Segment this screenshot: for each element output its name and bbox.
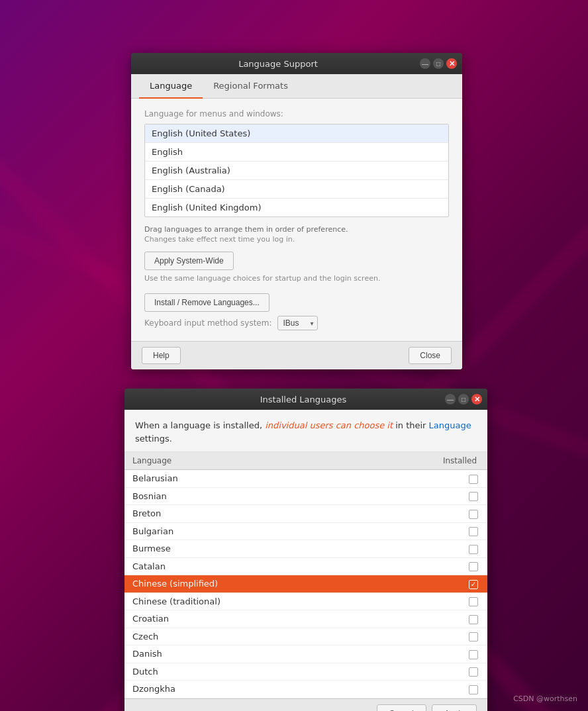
list-item[interactable]: English (United States)	[145, 124, 448, 143]
checkbox-unchecked-icon[interactable]	[469, 492, 478, 501]
help-button[interactable]: Help	[142, 347, 181, 364]
installed-description: When a language is installed, individual…	[124, 410, 487, 452]
installed-titlebar: Installed Languages — □ ✕	[124, 389, 487, 410]
installed-languages-window: Installed Languages — □ ✕ When a languag…	[124, 389, 487, 711]
lang-support-titlebar: Language Support — □ ✕	[131, 53, 462, 74]
table-row[interactable]: Breton	[124, 505, 487, 523]
lang-name-cell: Dutch	[124, 663, 435, 681]
lang-name-cell: Catalan	[124, 557, 435, 575]
lang-checkbox-cell[interactable]: ✓	[435, 575, 487, 593]
checkbox-unchecked-icon[interactable]	[469, 667, 478, 677]
lang-checkbox-cell[interactable]	[435, 610, 487, 628]
installed-titlebar-controls[interactable]: — □ ✕	[445, 394, 482, 404]
checkbox-unchecked-icon[interactable]	[469, 562, 478, 571]
checkbox-unchecked-icon[interactable]	[469, 597, 478, 606]
drag-hint: Drag languages to arrange them in order …	[144, 225, 449, 234]
installed-footer: Cancel Apply	[124, 698, 487, 712]
table-row[interactable]: Dzongkha	[124, 681, 487, 698]
apply-system-wide-button[interactable]: Apply System-Wide	[144, 252, 234, 270]
tab-language[interactable]: Language	[139, 74, 203, 99]
col-language: Language	[124, 452, 435, 470]
table-row[interactable]: Burmese	[124, 540, 487, 558]
installed-maximize-button[interactable]: □	[458, 394, 469, 404]
lang-name-cell: Bosnian	[124, 487, 435, 505]
keyboard-dropdown-wrapper[interactable]: IBus fcitx none ▾	[277, 316, 318, 330]
lang-name-cell: Bulgarian	[124, 522, 435, 540]
cancel-button[interactable]: Cancel	[377, 704, 426, 712]
table-row[interactable]: Chinese (simplified)✓	[124, 575, 487, 593]
language-support-window: Language Support — □ ✕ Language Regional…	[131, 53, 462, 369]
titlebar-controls-right[interactable]: — □ ✕	[420, 58, 457, 69]
lang-support-content: Language Regional Formats Language for m…	[131, 74, 462, 369]
list-item[interactable]: English (United Kingdom)	[145, 199, 448, 216]
watermark: CSDN @worthsen	[513, 694, 577, 703]
drag-sub: Changes take effect next time you log in…	[144, 235, 449, 244]
language-list: English (United States) English English …	[144, 124, 449, 217]
checkbox-unchecked-icon[interactable]	[469, 545, 478, 554]
col-installed: Installed	[435, 452, 487, 470]
lang-checkbox-cell[interactable]	[435, 592, 487, 610]
table-row[interactable]: Czech	[124, 628, 487, 645]
checkbox-unchecked-icon[interactable]	[469, 510, 478, 519]
table-row[interactable]: Belarusian	[124, 470, 487, 488]
lang-name-cell: Dzongkha	[124, 681, 435, 698]
lang-checkbox-cell[interactable]	[435, 522, 487, 540]
list-item[interactable]: English	[145, 143, 448, 162]
checkbox-unchecked-icon[interactable]	[469, 527, 478, 536]
list-item[interactable]: English (Canada)	[145, 180, 448, 199]
list-item[interactable]: English (Australia)	[145, 162, 448, 180]
table-row[interactable]: Chinese (traditional)	[124, 592, 487, 610]
apply-button[interactable]: Apply	[432, 704, 477, 712]
section-label: Language for menus and windows:	[144, 109, 449, 118]
installed-close-button[interactable]: ✕	[471, 394, 482, 404]
keyboard-row: Keyboard input method system: IBus fcitx…	[144, 316, 449, 330]
tab-regional-formats[interactable]: Regional Formats	[203, 74, 299, 99]
close-footer-button[interactable]: Close	[409, 347, 452, 364]
table-row[interactable]: Catalan	[124, 557, 487, 575]
lang-checkbox-cell[interactable]	[435, 505, 487, 523]
use-same-label: Use the same language choices for startu…	[144, 274, 449, 283]
keyboard-dropdown[interactable]: IBus fcitx none	[277, 316, 318, 330]
lang-body: Language for menus and windows: English …	[131, 99, 462, 341]
lang-checkbox-cell[interactable]	[435, 487, 487, 505]
lang-name-cell: Czech	[124, 628, 435, 645]
checkbox-checked-icon[interactable]: ✓	[469, 580, 478, 589]
lang-support-title: Language Support	[136, 59, 420, 69]
lang-name-cell: Burmese	[124, 540, 435, 558]
lang-checkbox-cell[interactable]	[435, 645, 487, 663]
checkbox-unchecked-icon[interactable]	[469, 685, 478, 694]
installed-minimize-button[interactable]: —	[445, 394, 456, 404]
desc-text-3: settings.	[135, 434, 172, 444]
lang-checkbox-cell[interactable]	[435, 540, 487, 558]
lang-name-cell: Danish	[124, 645, 435, 663]
desc-text-1: When a language is installed,	[135, 420, 265, 430]
installed-title: Installed Languages	[162, 395, 445, 404]
maximize-button[interactable]: □	[433, 58, 444, 69]
table-row[interactable]: Danish	[124, 645, 487, 663]
lang-name-cell: Breton	[124, 505, 435, 523]
keyboard-label: Keyboard input method system:	[144, 318, 272, 328]
table-header-row: Language Installed	[124, 452, 487, 470]
lang-checkbox-cell[interactable]	[435, 681, 487, 698]
installed-lang-tbody: BelarusianBosnianBretonBulgarianBurmeseC…	[124, 470, 487, 698]
lang-checkbox-cell[interactable]	[435, 557, 487, 575]
desc-link: Language	[429, 420, 471, 430]
lang-checkbox-cell[interactable]	[435, 663, 487, 681]
checkbox-unchecked-icon[interactable]	[469, 615, 478, 624]
minimize-button[interactable]: —	[420, 58, 430, 69]
install-remove-button[interactable]: Install / Remove Languages...	[144, 293, 270, 312]
table-row[interactable]: Bulgarian	[124, 522, 487, 540]
lang-support-footer: Help Close	[131, 341, 462, 369]
checkbox-unchecked-icon[interactable]	[469, 475, 478, 484]
close-button[interactable]: ✕	[446, 58, 457, 69]
table-row[interactable]: Croatian	[124, 610, 487, 628]
lang-name-cell: Belarusian	[124, 470, 435, 488]
table-row[interactable]: Bosnian	[124, 487, 487, 505]
tabs-bar: Language Regional Formats	[131, 74, 462, 99]
lang-checkbox-cell[interactable]	[435, 470, 487, 488]
checkbox-unchecked-icon[interactable]	[469, 632, 478, 641]
checkbox-unchecked-icon[interactable]	[469, 650, 478, 659]
table-row[interactable]: Dutch	[124, 663, 487, 681]
installed-languages-table: Language Installed BelarusianBosnianBret…	[124, 452, 487, 698]
lang-checkbox-cell[interactable]	[435, 628, 487, 645]
